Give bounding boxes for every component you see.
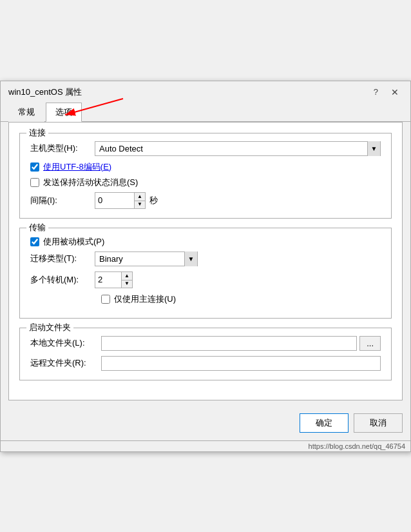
max-connections-label: 多个转机(M): (30, 274, 95, 286)
connection-section: 连接 主机类型(H): Auto Detect Unix Windows MVS… (19, 133, 392, 219)
max-connections-input[interactable] (95, 272, 121, 288)
max-connections-spinbox-wrapper: ▲ ▼ (95, 271, 133, 288)
local-folder-label: 本地文件夹(L): (30, 337, 101, 349)
help-button[interactable]: ? (370, 86, 382, 97)
connection-section-title: 连接 (26, 127, 48, 139)
max-connections-up-button[interactable]: ▲ (122, 272, 132, 280)
keepalive-label[interactable]: 发送保持活动状态消息(S) (43, 177, 138, 188)
interval-unit: 秒 (149, 195, 158, 206)
remote-folder-row: 远程文件夹(R): (30, 356, 381, 371)
interval-row: 间隔(I): ▲ ▼ 秒 (30, 192, 381, 209)
passive-label[interactable]: 使用被动模式(P) (43, 236, 104, 248)
host-type-select[interactable]: Auto Detect Unix Windows MVS, OS/390, z/… (95, 141, 381, 156)
transfer-type-label: 迁移类型(T): (30, 253, 95, 264)
keepalive-checkbox[interactable] (30, 178, 39, 187)
transfer-section: 传输 使用被动模式(P) 迁移类型(T): Binary ASCII Auto … (19, 228, 392, 319)
primary-only-row: 仅使用主连接(U) (101, 293, 381, 305)
dialog-footer: 确定 取消 (1, 408, 410, 440)
window-title: win10_centOS 属性 (8, 86, 82, 98)
startup-folder-section: 启动文件夹 本地文件夹(L): ... 远程文件夹(R): (19, 328, 392, 380)
interval-down-button[interactable]: ▼ (135, 201, 145, 208)
max-connections-spinbox-buttons: ▲ ▼ (121, 272, 132, 288)
remote-folder-input[interactable] (101, 356, 381, 371)
content-area: 连接 主机类型(H): Auto Detect Unix Windows MVS… (8, 122, 403, 400)
dialog-window: win10_centOS 属性 ? ✕ 常规 选项 连接 (0, 81, 411, 452)
close-button[interactable]: ✕ (387, 86, 403, 98)
max-connections-spinbox: ▲ ▼ (95, 271, 133, 288)
local-folder-row: 本地文件夹(L): ... (30, 336, 381, 351)
local-browse-button[interactable]: ... (359, 336, 381, 351)
host-type-label: 主机类型(H): (30, 143, 95, 154)
status-bar: https://blog.csdn.net/qq_46754 (1, 440, 410, 451)
cancel-button[interactable]: 取消 (354, 413, 403, 433)
tab-general[interactable]: 常规 (8, 103, 44, 122)
local-folder-input[interactable] (101, 336, 357, 351)
primary-only-label[interactable]: 仅使用主连接(U) (114, 293, 176, 305)
max-connections-down-button[interactable]: ▼ (122, 280, 132, 288)
status-bar-text: https://blog.csdn.net/qq_46754 (309, 442, 405, 450)
remote-folder-label: 远程文件夹(R): (30, 357, 101, 369)
host-type-row: 主机类型(H): Auto Detect Unix Windows MVS, O… (30, 141, 381, 156)
utf8-label[interactable]: 使用UTF-8编码(E) (43, 161, 111, 173)
host-type-select-wrapper: Auto Detect Unix Windows MVS, OS/390, z/… (95, 141, 381, 156)
title-bar: win10_centOS 属性 ? ✕ (1, 81, 410, 101)
keepalive-row: 发送保持活动状态消息(S) (30, 177, 381, 188)
max-connections-row: 多个转机(M): ▲ ▼ (30, 271, 381, 288)
title-bar-left: win10_centOS 属性 (8, 86, 82, 98)
transfer-type-select[interactable]: Binary ASCII Auto (95, 251, 198, 266)
interval-spinbox-buttons: ▲ ▼ (134, 193, 145, 208)
interval-spinbox: ▲ ▼ (95, 192, 146, 209)
transfer-type-row: 迁移类型(T): Binary ASCII Auto ▼ (30, 251, 381, 266)
utf8-checkbox[interactable] (30, 163, 39, 172)
primary-only-checkbox[interactable] (101, 295, 110, 304)
utf8-row: 使用UTF-8编码(E) (30, 161, 381, 173)
title-bar-right: ? ✕ (370, 86, 403, 98)
tab-bar: 常规 选项 (1, 102, 410, 122)
tab-options[interactable]: 选项 (46, 103, 82, 122)
passive-checkbox[interactable] (30, 237, 39, 246)
passive-row: 使用被动模式(P) (30, 236, 381, 248)
interval-spinbox-wrapper: ▲ ▼ 秒 (95, 192, 158, 209)
interval-input[interactable] (95, 193, 134, 208)
startup-folder-section-title: 启动文件夹 (26, 322, 73, 333)
ok-button[interactable]: 确定 (300, 413, 349, 433)
transfer-section-title: 传输 (26, 222, 48, 233)
transfer-type-select-wrapper: Binary ASCII Auto ▼ (95, 251, 198, 266)
interval-label: 间隔(I): (30, 195, 95, 206)
interval-up-button[interactable]: ▲ (135, 193, 145, 201)
